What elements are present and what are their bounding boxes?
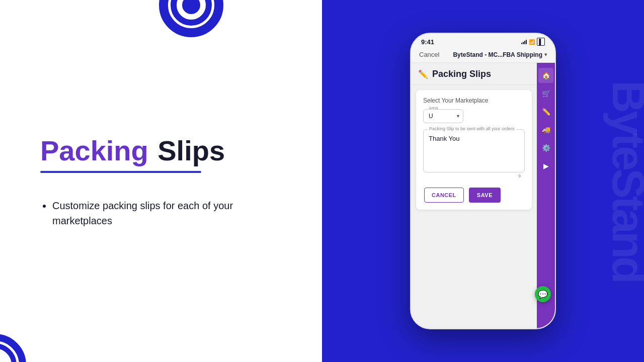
packing-slip-textarea[interactable]: Thank You [424,130,524,170]
right-section: ByteStand 9:41 📶 ▌ Cancel ByteStand - MC… [322,0,644,362]
cancel-button[interactable]: CANCEL [424,188,464,203]
status-bar: 9:41 📶 ▌ [411,34,555,48]
page-header: ✏️ Packing Slips [411,63,537,85]
wifi-icon: 📶 [529,39,535,45]
circle-decoration-bottom [0,325,40,362]
nav-bar: Cancel ByteStand - MC...FBA Shipping ▾ [411,48,555,63]
phone-mockup: 9:41 📶 ▌ Cancel ByteStand - MC...FBA Shi… [410,33,556,329]
status-icons: 📶 ▌ [521,38,545,46]
sidebar-settings-icon[interactable]: ⚙️ [538,140,553,155]
phone-body: ✏️ Packing Slips Select Your Marketplace… [411,63,555,328]
battery-icon: ▌ [537,38,545,46]
sidebar-cart-icon[interactable]: 🛒 [538,86,553,101]
feature-list: Customize packing slips for each of your… [40,198,282,228]
marketplace-dropdown-wrapper[interactable]: Ama... U ▼ [423,109,463,123]
status-time: 9:41 [421,38,434,46]
signal-icon [521,39,527,44]
packing-slip-card: Select Your Marketplace Ama... U ▼ Packi… [416,90,532,210]
pencil-icon: ✏️ [418,69,428,79]
nav-title: ByteStand - MC...FBA Shipping ▾ [453,51,547,58]
chat-bubble-button[interactable]: 💬 [535,286,551,302]
marketplace-dropdown[interactable]: U [423,109,463,123]
heading-packing: Packing [40,135,148,166]
char-count: 9 [423,172,525,180]
main-heading: Packing Slips [40,134,282,173]
circle-decoration-top [151,0,231,47]
svg-point-4 [0,346,14,362]
svg-point-2 [182,0,200,14]
nav-dropdown-arrow[interactable]: ▾ [544,52,547,57]
save-button[interactable]: SAVE [469,188,501,203]
bytestand-watermark: ByteStand [602,80,644,282]
page-title: Packing Slips [432,69,491,79]
action-buttons: CANCEL SAVE [423,188,525,203]
marketplace-label: Select Your Marketplace [423,97,525,104]
heading-slips: Slips [157,135,225,166]
sidebar-edit-icon[interactable]: ✏️ [538,104,553,119]
sidebar-home-icon[interactable]: 🏠 [538,68,553,83]
feature-item-1: Customize packing slips for each of your… [52,198,282,228]
packing-slip-wrapper: Packing Slip to be sent with all your or… [423,129,525,172]
sidebar-shipping-icon[interactable]: 🚚 [538,122,553,137]
main-content: ✏️ Packing Slips Select Your Marketplace… [411,63,537,328]
packing-slip-label: Packing Slip to be sent with all your or… [428,126,516,131]
nav-cancel-button[interactable]: Cancel [419,51,439,58]
sidebar-play-icon[interactable]: ▶ [538,158,553,173]
left-section: Packing Slips Customize packing slips fo… [0,0,322,362]
heading-underline [40,171,201,173]
